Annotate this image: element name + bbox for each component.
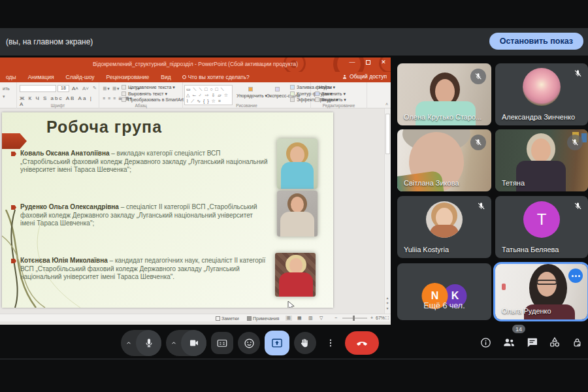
ribbon: ить ▾ 18 А˄ А˅ ✎ Ж К Ч S abc АВ Аа | А Ш… — [0, 82, 391, 108]
participant-name: Світлана Зикова — [404, 179, 459, 187]
align-text-button[interactable]: Выровнять текст ▾ — [122, 91, 187, 97]
participant-tile-olena[interactable]: Олена Крутько Старо... — [397, 63, 491, 125]
prev-next-slide-buttons[interactable]: ▴✦▾ — [385, 295, 390, 311]
replace-button[interactable]: Заменить ▾ — [315, 91, 346, 97]
shared-screen-powerpoint: Відокремлений_структурний_підрозділ - Po… — [0, 57, 391, 325]
host-controls-button[interactable] — [571, 336, 583, 351]
view-reading-icon[interactable]: ▥ — [308, 316, 313, 321]
stop-presenting-button[interactable]: Остановить показ — [489, 33, 583, 50]
bullet-marker — [11, 259, 16, 263]
tab-slideshow[interactable]: Слайд-шоу — [60, 74, 101, 80]
mic-off-icon — [476, 201, 486, 211]
photo-avatar — [426, 201, 463, 238]
tab-review[interactable]: Рецензирование — [101, 74, 155, 80]
powerpoint-status-bar: Заметки Примечания ⊞ ▦ ▥ ▽ − + 67% ⛶ — [0, 314, 391, 321]
close-icon[interactable]: ✕ — [379, 59, 388, 66]
arrange-button[interactable]: Упорядочить ▾ — [237, 86, 267, 99]
mouse-cursor — [287, 301, 297, 308]
participant-name: Тетяна — [502, 179, 525, 187]
bullet-marker — [11, 205, 16, 210]
minimize-icon[interactable]: — — [348, 59, 357, 66]
raise-hand-button[interactable] — [294, 332, 316, 354]
mic-off-icon — [470, 69, 486, 84]
grow-font-icon[interactable]: А˄ — [72, 86, 78, 91]
show-people-button[interactable] — [502, 335, 516, 352]
photo-koval — [277, 139, 318, 189]
shrink-font-icon[interactable]: А˅ — [82, 86, 89, 91]
comments-toggle[interactable]: Примечания — [247, 316, 279, 321]
participant-tile-aleksandra[interactable]: Александра Зинченко — [495, 63, 588, 125]
meeting-details-button[interactable] — [480, 336, 492, 351]
captions-button[interactable] — [211, 332, 233, 354]
more-options-button[interactable] — [321, 332, 340, 354]
vertical-scrollbar[interactable]: ▴✦▾ — [384, 108, 391, 314]
find-button[interactable]: ⌕ Найти — [315, 84, 346, 91]
participant-name: Ольга Руденко — [502, 307, 551, 315]
tile-options-button[interactable] — [568, 269, 583, 283]
rose-avatar — [523, 68, 561, 106]
people-icon — [502, 335, 516, 350]
activities-button[interactable] — [548, 336, 561, 351]
participant-tile-tetiana[interactable]: Тетяна — [495, 129, 588, 191]
clear-format-icon[interactable]: ✎ — [93, 86, 97, 91]
reactions-button[interactable] — [238, 332, 260, 354]
tab-transitions-partial[interactable]: оды — [0, 74, 22, 80]
view-slideshow-icon[interactable]: ▽ — [319, 316, 323, 321]
convert-smartart-button[interactable]: Преобразовать в SmartArt ▾ — [122, 97, 187, 103]
present-button-active[interactable] — [265, 331, 289, 355]
select-button[interactable]: Выделить ▾ — [315, 97, 346, 103]
tab-view[interactable]: Вид — [155, 74, 176, 80]
overflow-tile-more-people[interactable]: N K Ещё 6 чел. — [397, 263, 491, 320]
participant-name: Татьяна Беляева — [502, 246, 559, 253]
emoji-icon — [243, 337, 255, 350]
letter-avatar: T — [523, 201, 560, 238]
font-group: 18 А˄ А˅ ✎ Ж К Ч S abc АВ Аа | А Шрифт — [17, 82, 99, 108]
zoom-out-icon[interactable]: − — [335, 316, 337, 320]
powerpoint-titlebar: Відокремлений_структурний_підрозділ - Po… — [0, 57, 391, 72]
camera-button[interactable] — [166, 330, 206, 356]
participant-tile-tatiana[interactable]: T Татьяна Беляева — [495, 196, 588, 258]
participant-tile-olga-active[interactable]: Ольга Руденко — [493, 262, 588, 321]
zoom-slider[interactable] — [342, 318, 367, 319]
participant-tile-svitlana[interactable]: Світлана Зикова — [397, 129, 491, 191]
presenting-banner: (вы, на главном экране) Остановить показ — [0, 28, 588, 56]
shapes-gallery[interactable]: ▭ ⟍ ⟍ □ ○ □ ⟍ △ ⌙ ⌏ ⇨ ⇩ ▱ ☆ ⌇ ⟋ ∿ { } ☆ … — [184, 85, 233, 105]
camera-icon — [188, 337, 200, 349]
view-sorter-icon[interactable]: ▦ — [297, 316, 302, 321]
tab-animation[interactable]: Анимация — [22, 74, 60, 80]
tell-me-box[interactable]: Что вы хотите сделать? — [177, 74, 250, 80]
title-arrow-shape — [2, 133, 27, 149]
hand-icon — [299, 337, 311, 349]
mic-off-icon — [573, 69, 583, 78]
quick-styles-button[interactable]: Экспресс-стили — [267, 86, 290, 99]
meet-control-bar: 14 — [0, 325, 588, 359]
slide-bullet-1: Коваль Оксана Анатоліївна – викладач кат… — [11, 150, 269, 174]
fit-slide-icon[interactable]: ⛶ — [385, 316, 389, 321]
restore-icon[interactable] — [363, 59, 372, 66]
camera-options-chevron[interactable] — [166, 339, 181, 347]
bottom-divider — [0, 359, 588, 359]
zoom-in-icon[interactable]: + — [370, 316, 373, 320]
text-direction-button[interactable]: Направление текста ▾ — [122, 84, 187, 91]
lock-icon — [571, 336, 583, 349]
font-name-box[interactable] — [20, 85, 56, 92]
notes-toggle[interactable]: Заметки — [216, 316, 239, 321]
mic-options-chevron[interactable] — [121, 339, 136, 347]
chat-button[interactable] — [526, 336, 538, 351]
editing-group: ⌕ Найти Заменить ▾ Выделить ▾ Редактиров… — [311, 82, 367, 108]
zoom-level: 67% — [376, 316, 385, 320]
leave-call-button[interactable] — [345, 331, 379, 355]
participant-name: Александра Зинченко — [502, 113, 575, 121]
view-normal-icon[interactable]: ⊞ — [286, 316, 292, 321]
collapse-ribbon-icon[interactable]: ˄ — [385, 102, 388, 106]
slide-title: Робоча група — [46, 118, 162, 137]
scrollbar-thumb[interactable] — [385, 114, 390, 154]
zoom-slider-thumb[interactable] — [353, 316, 355, 321]
participant-tile-yuliia[interactable]: Yuliia Kostyria — [397, 196, 491, 258]
share-document-button[interactable]: Общий доступ — [342, 73, 387, 80]
slide-bullet-2: Руденко Ольга Олександрівна – спеціаліст… — [11, 203, 269, 228]
present-icon — [270, 336, 284, 350]
ribbon-tab-bar: оды Анимация Слайд-шоу Рецензирование Ви… — [0, 72, 391, 82]
font-size-box[interactable]: 18 — [57, 85, 69, 92]
mic-button[interactable] — [121, 330, 161, 356]
